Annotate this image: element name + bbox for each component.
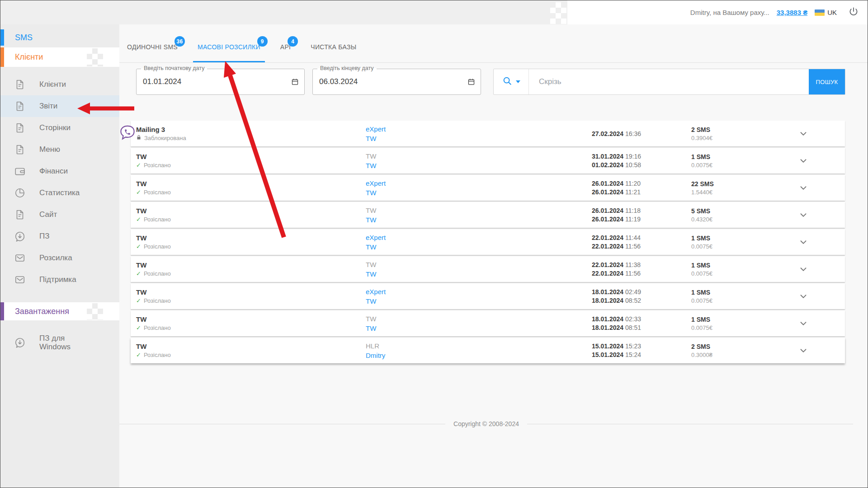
sidebar-item[interactable]: Звіти [0, 95, 119, 117]
sidebar-item[interactable]: ПЗ [0, 225, 119, 247]
date-column: 18.01.2024 02:49 18.01.2024 08:52 [592, 283, 641, 309]
sidebar-item[interactable]: Клієнти [0, 74, 119, 95]
sender-link[interactable]: TW [366, 152, 376, 160]
sender-link[interactable]: TW [366, 261, 376, 268]
status-text: Розіслано [144, 162, 171, 169]
expand-chevron-icon[interactable] [798, 237, 808, 247]
mailing-status: ✓ Розіслано [136, 324, 171, 331]
expand-chevron-icon[interactable] [798, 346, 808, 356]
report-row[interactable]: TW ✓ Розіслано HLR Dmitry 15.01.2024 15:… [131, 338, 845, 363]
owner-link[interactable]: TW [366, 270, 376, 278]
sms-price: 1.5440€ [691, 189, 714, 196]
owner-link[interactable]: TW [366, 189, 386, 197]
tab[interactable]: ЧИСТКА БАЗЫ [311, 42, 356, 62]
report-list: Mailing 3 Заблокирована eXpert TW 27.02.… [131, 121, 845, 365]
sender-link[interactable]: eXpert [366, 179, 386, 187]
date-column: 27.02.2024 16:36 [592, 121, 641, 146]
sidebar-item-label: Сайт [39, 210, 57, 219]
sidebar-item-label: ПЗ [39, 232, 50, 241]
document-icon [14, 209, 26, 221]
expand-chevron-icon[interactable] [798, 129, 808, 139]
check-icon: ✓ [136, 189, 141, 196]
report-row[interactable]: TW ✓ Розіслано TW TW 22.01.2024 11:38 22… [131, 256, 845, 282]
sidebar-item[interactable]: Розсилка [0, 247, 119, 269]
language-selector[interactable]: UK [815, 9, 837, 16]
sidebar-item-label: Звіти [39, 102, 57, 111]
date-column: 22.01.2024 11:38 22.01.2024 11:56 [592, 256, 641, 282]
start-date-value[interactable]: 01.01.2024 [143, 69, 181, 94]
expand-chevron-icon[interactable] [798, 210, 808, 220]
expand-chevron-icon[interactable] [798, 291, 808, 301]
owner-link[interactable]: TW [366, 297, 386, 305]
logout-button[interactable] [849, 7, 859, 19]
sender-link[interactable]: TW [366, 315, 376, 323]
tab[interactable]: ОДИНОЧНІ SMS 36 [127, 42, 178, 62]
sender-link[interactable]: TW [366, 206, 376, 214]
owner-link[interactable]: Dmitry [366, 352, 385, 359]
balance-link[interactable]: 33,3883 ₴ [777, 9, 807, 16]
tab[interactable]: API 4 [280, 42, 291, 62]
report-row[interactable]: Mailing 3 Заблокирована eXpert TW 27.02.… [131, 121, 845, 146]
sms-price: 0.3000₴ [691, 352, 712, 358]
search-button[interactable]: ПОШУК [809, 69, 845, 94]
date-column: 18.01.2024 02:33 18.01.2024 08:51 [592, 310, 641, 336]
sender-link[interactable]: eXpert [366, 234, 386, 241]
wallet-icon [14, 165, 26, 177]
sender-link[interactable]: eXpert [366, 125, 386, 133]
report-row[interactable]: TW ✓ Розіслано TW TW 31.01.2024 19:16 01… [131, 148, 845, 174]
search-mode-dropdown[interactable] [494, 69, 529, 94]
topbar: Dmitry, на Вашому раху... 33,3883 ₴ UK [0, 0, 868, 24]
sidebar-menu: Клієнти Звіти Сторінки Меню Фінанси Стат… [0, 74, 119, 291]
tab[interactable]: МАСОВІ РОЗСИЛКИ 9 [198, 42, 260, 62]
sender-link[interactable]: HLR [366, 342, 385, 350]
report-row[interactable]: TW ✓ Розіслано TW TW 18.01.2024 02:33 18… [131, 310, 845, 336]
sidebar-item[interactable]: Меню [0, 139, 119, 160]
date-column: 31.01.2024 19:16 01.02.2024 10:58 [592, 148, 641, 174]
start-date-field[interactable]: Введіть початкову дату 01.01.2024 [136, 69, 305, 95]
sidebar-item[interactable]: Сторінки [0, 117, 119, 139]
sms-price: 0.3904€ [691, 135, 712, 141]
sidebar-item[interactable]: Фінанси [0, 160, 119, 182]
owner-link[interactable]: TW [366, 216, 376, 224]
lock-icon [136, 135, 142, 141]
owner-link[interactable]: TW [366, 243, 386, 251]
status-text: Розіслано [144, 324, 171, 331]
section-label: Завантаження [0, 307, 69, 316]
section-label: Клієнти [0, 52, 43, 62]
report-row[interactable]: TW ✓ Розіслано eXpert TW 22.01.2024 11:4… [131, 229, 845, 255]
search-input[interactable] [529, 69, 809, 94]
sidebar-item-label: Меню [39, 145, 60, 154]
tab-count-badge: 9 [257, 36, 268, 47]
calendar-icon[interactable] [467, 78, 475, 86]
owner-link[interactable]: TW [366, 162, 376, 169]
sms-price: 0.0075€ [691, 270, 712, 277]
calendar-icon[interactable] [291, 78, 299, 86]
report-row[interactable]: TW ✓ Розіслано TW TW 26.01.2024 11:18 26… [131, 202, 845, 228]
sidebar-item[interactable]: Сайт [0, 204, 119, 225]
app-window: Dmitry, на Вашому раху... 33,3883 ₴ UK S… [0, 0, 868, 488]
sidebar-section-sms[interactable]: SMS [0, 29, 119, 46]
report-row[interactable]: TW ✓ Розіслано eXpert TW 26.01.2024 11:2… [131, 175, 845, 201]
search-icon [502, 76, 512, 88]
sms-count: 1 SMS [691, 153, 712, 160]
sidebar-item[interactable]: Підтримка [0, 269, 119, 291]
status-text: Розіслано [144, 243, 171, 250]
mailing-name: TW [136, 180, 171, 188]
document-icon [14, 100, 26, 112]
expand-chevron-icon[interactable] [798, 264, 808, 274]
expand-chevron-icon[interactable] [798, 156, 808, 166]
expand-chevron-icon[interactable] [798, 183, 808, 193]
owner-link[interactable]: TW [366, 135, 386, 142]
sidebar-item[interactable]: Статистика [0, 182, 119, 204]
owner-link[interactable]: TW [366, 324, 376, 332]
end-date-value[interactable]: 06.03.2024 [319, 69, 358, 94]
language-code: UK [827, 9, 837, 16]
power-icon [849, 7, 859, 19]
report-row[interactable]: TW ✓ Розіслано eXpert TW 18.01.2024 02:4… [131, 283, 845, 309]
mailing-name: TW [136, 343, 171, 350]
sidebar-item[interactable]: ПЗ для Windows [0, 328, 119, 357]
sender-link[interactable]: eXpert [366, 288, 386, 296]
sidebar-item-label: Фінанси [39, 167, 68, 176]
end-date-field[interactable]: Введіть кінцеву дату 06.03.2024 [312, 69, 481, 95]
expand-chevron-icon[interactable] [798, 319, 808, 328]
